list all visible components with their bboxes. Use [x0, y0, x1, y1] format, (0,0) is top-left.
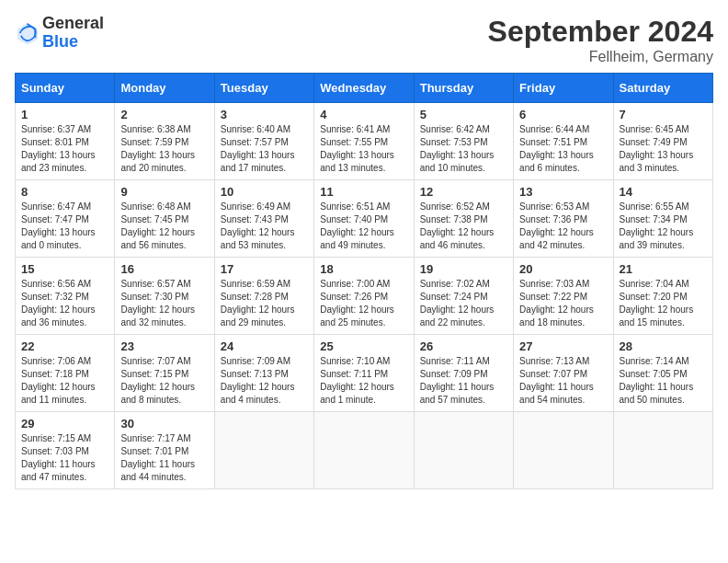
- day-number: 15: [21, 262, 108, 276]
- day-cell: 15Sunrise: 6:56 AMSunset: 7:32 PMDayligh…: [16, 258, 115, 335]
- day-cell: 4Sunrise: 6:41 AMSunset: 7:55 PMDaylight…: [314, 103, 414, 180]
- week-row-5: 29Sunrise: 7:15 AMSunset: 7:03 PMDayligh…: [16, 412, 713, 489]
- day-info: Sunrise: 6:55 AMSunset: 7:34 PMDaylight:…: [620, 201, 694, 250]
- column-header-friday: Friday: [514, 74, 613, 103]
- day-cell: 13Sunrise: 6:53 AMSunset: 7:36 PMDayligh…: [514, 180, 613, 258]
- day-info: Sunrise: 7:10 AMSunset: 7:11 PMDaylight:…: [320, 356, 394, 405]
- day-cell: 16Sunrise: 6:57 AMSunset: 7:30 PMDayligh…: [115, 258, 214, 335]
- day-number: 21: [620, 262, 707, 276]
- column-header-wednesday: Wednesday: [314, 74, 414, 103]
- day-number: 19: [420, 262, 507, 276]
- day-info: Sunrise: 6:42 AMSunset: 7:53 PMDaylight:…: [420, 124, 495, 173]
- day-cell: 3Sunrise: 6:40 AMSunset: 7:57 PMDaylight…: [214, 103, 313, 180]
- day-number: 12: [420, 185, 507, 199]
- day-info: Sunrise: 7:02 AMSunset: 7:24 PMDaylight:…: [420, 279, 495, 327]
- day-info: Sunrise: 7:00 AMSunset: 7:26 PMDaylight:…: [320, 279, 394, 327]
- day-info: Sunrise: 6:47 AMSunset: 7:47 PMDaylight:…: [21, 201, 96, 250]
- month-title: September 2024: [488, 15, 713, 49]
- day-number: 25: [320, 339, 407, 353]
- day-number: 14: [620, 185, 707, 199]
- day-number: 3: [221, 108, 308, 121]
- day-cell: 24Sunrise: 7:09 AMSunset: 7:13 PMDayligh…: [214, 335, 313, 412]
- day-number: 9: [120, 185, 208, 199]
- day-info: Sunrise: 6:49 AMSunset: 7:43 PMDaylight:…: [221, 201, 295, 250]
- day-number: 1: [21, 108, 108, 121]
- day-cell: [414, 412, 513, 489]
- week-row-3: 15Sunrise: 6:56 AMSunset: 7:32 PMDayligh…: [16, 258, 713, 335]
- column-header-sunday: Sunday: [16, 74, 115, 103]
- day-cell: 23Sunrise: 7:07 AMSunset: 7:15 PMDayligh…: [115, 335, 214, 412]
- day-number: 17: [221, 262, 308, 276]
- day-info: Sunrise: 6:53 AMSunset: 7:36 PMDaylight:…: [519, 201, 594, 250]
- day-info: Sunrise: 7:15 AMSunset: 7:03 PMDaylight:…: [21, 433, 96, 482]
- day-number: 26: [420, 339, 507, 353]
- week-row-1: 1Sunrise: 6:37 AMSunset: 8:01 PMDaylight…: [16, 103, 713, 180]
- logo: General Blue: [15, 15, 104, 52]
- day-cell: [514, 412, 613, 489]
- day-number: 23: [120, 339, 208, 353]
- day-number: 11: [320, 185, 407, 199]
- day-info: Sunrise: 7:14 AMSunset: 7:05 PMDaylight:…: [620, 356, 694, 405]
- day-info: Sunrise: 6:38 AMSunset: 7:59 PMDaylight:…: [120, 124, 195, 173]
- column-header-saturday: Saturday: [613, 74, 712, 103]
- day-number: 7: [620, 108, 707, 121]
- day-info: Sunrise: 6:40 AMSunset: 7:57 PMDaylight:…: [221, 124, 295, 173]
- day-info: Sunrise: 6:44 AMSunset: 7:51 PMDaylight:…: [519, 124, 594, 173]
- day-cell: 22Sunrise: 7:06 AMSunset: 7:18 PMDayligh…: [16, 335, 115, 412]
- day-number: 13: [519, 185, 607, 199]
- day-info: Sunrise: 6:51 AMSunset: 7:40 PMDaylight:…: [320, 201, 394, 250]
- column-header-tuesday: Tuesday: [214, 74, 313, 103]
- day-number: 28: [620, 339, 707, 353]
- day-info: Sunrise: 6:59 AMSunset: 7:28 PMDaylight:…: [221, 279, 295, 327]
- day-number: 2: [120, 108, 208, 121]
- day-number: 6: [519, 108, 607, 121]
- day-number: 30: [120, 417, 208, 431]
- day-number: 22: [21, 339, 108, 353]
- day-cell: 27Sunrise: 7:13 AMSunset: 7:07 PMDayligh…: [514, 335, 613, 412]
- day-cell: 7Sunrise: 6:45 AMSunset: 7:49 PMDaylight…: [613, 103, 712, 180]
- title-section: September 2024 Fellheim, Germany: [488, 15, 713, 65]
- day-cell: 28Sunrise: 7:14 AMSunset: 7:05 PMDayligh…: [613, 335, 712, 412]
- day-info: Sunrise: 6:37 AMSunset: 8:01 PMDaylight:…: [21, 124, 96, 173]
- day-cell: 5Sunrise: 6:42 AMSunset: 7:53 PMDaylight…: [414, 103, 513, 180]
- day-cell: 10Sunrise: 6:49 AMSunset: 7:43 PMDayligh…: [214, 180, 313, 258]
- day-number: 20: [519, 262, 607, 276]
- day-info: Sunrise: 7:13 AMSunset: 7:07 PMDaylight:…: [519, 356, 594, 405]
- day-cell: 21Sunrise: 7:04 AMSunset: 7:20 PMDayligh…: [613, 258, 712, 335]
- day-cell: 8Sunrise: 6:47 AMSunset: 7:47 PMDaylight…: [16, 180, 115, 258]
- day-cell: 19Sunrise: 7:02 AMSunset: 7:24 PMDayligh…: [414, 258, 513, 335]
- day-info: Sunrise: 6:48 AMSunset: 7:45 PMDaylight:…: [120, 201, 195, 250]
- logo-text: General Blue: [42, 15, 104, 52]
- column-header-monday: Monday: [115, 74, 214, 103]
- day-cell: 17Sunrise: 6:59 AMSunset: 7:28 PMDayligh…: [214, 258, 313, 335]
- day-cell: 11Sunrise: 6:51 AMSunset: 7:40 PMDayligh…: [314, 180, 414, 258]
- day-cell: 20Sunrise: 7:03 AMSunset: 7:22 PMDayligh…: [514, 258, 613, 335]
- day-info: Sunrise: 7:09 AMSunset: 7:13 PMDaylight:…: [221, 356, 295, 405]
- day-info: Sunrise: 6:57 AMSunset: 7:30 PMDaylight:…: [120, 279, 195, 327]
- day-cell: 2Sunrise: 6:38 AMSunset: 7:59 PMDaylight…: [115, 103, 214, 180]
- day-number: 8: [21, 185, 108, 199]
- day-info: Sunrise: 6:45 AMSunset: 7:49 PMDaylight:…: [620, 124, 694, 173]
- day-cell: 18Sunrise: 7:00 AMSunset: 7:26 PMDayligh…: [314, 258, 414, 335]
- day-cell: 29Sunrise: 7:15 AMSunset: 7:03 PMDayligh…: [16, 412, 115, 489]
- day-cell: 12Sunrise: 6:52 AMSunset: 7:38 PMDayligh…: [414, 180, 513, 258]
- day-number: 24: [221, 339, 308, 353]
- logo-icon: [15, 20, 40, 46]
- page-header: General Blue September 2024 Fellheim, Ge…: [15, 15, 713, 65]
- day-cell: 30Sunrise: 7:17 AMSunset: 7:01 PMDayligh…: [115, 412, 214, 489]
- day-number: 16: [120, 262, 208, 276]
- column-header-thursday: Thursday: [414, 74, 513, 103]
- day-cell: 6Sunrise: 6:44 AMSunset: 7:51 PMDaylight…: [514, 103, 613, 180]
- location-subtitle: Fellheim, Germany: [488, 49, 713, 65]
- week-row-4: 22Sunrise: 7:06 AMSunset: 7:18 PMDayligh…: [16, 335, 713, 412]
- day-number: 4: [320, 108, 407, 121]
- day-cell: [314, 412, 414, 489]
- header-row: SundayMondayTuesdayWednesdayThursdayFrid…: [16, 74, 713, 103]
- day-info: Sunrise: 6:56 AMSunset: 7:32 PMDaylight:…: [21, 279, 96, 327]
- day-cell: 26Sunrise: 7:11 AMSunset: 7:09 PMDayligh…: [414, 335, 513, 412]
- day-number: 5: [420, 108, 507, 121]
- day-info: Sunrise: 7:04 AMSunset: 7:20 PMDaylight:…: [620, 279, 694, 327]
- week-row-2: 8Sunrise: 6:47 AMSunset: 7:47 PMDaylight…: [16, 180, 713, 258]
- day-cell: 25Sunrise: 7:10 AMSunset: 7:11 PMDayligh…: [314, 335, 414, 412]
- logo-blue: Blue: [42, 33, 104, 52]
